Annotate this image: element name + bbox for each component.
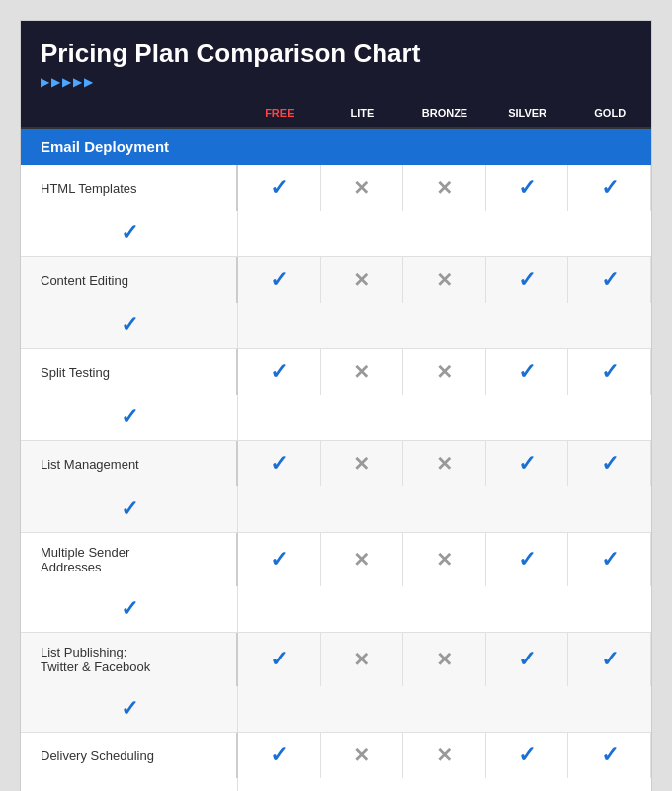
cell-0-6-5: ✓ xyxy=(21,778,238,791)
table-row: Delivery Scheduling✓✕✕✓✓✓ xyxy=(21,733,651,791)
cell-0-5-3: ✓ xyxy=(486,633,569,686)
cell-0-3-3: ✓ xyxy=(486,441,569,486)
check-icon: ✓ xyxy=(270,647,288,672)
table-row: Content Editing✓✕✕✓✓✓ xyxy=(21,257,651,349)
cell-0-2-5: ✓ xyxy=(21,395,238,440)
check-icon: ✓ xyxy=(121,404,138,430)
cross-icon: ✕ xyxy=(436,744,453,767)
cell-0-2-4: ✓ xyxy=(568,349,651,395)
cross-icon: ✕ xyxy=(436,176,453,200)
cell-0-2-1: ✕ xyxy=(321,349,404,395)
row-label-0-2: Split Testing xyxy=(21,349,238,395)
col-header-free: FREE xyxy=(238,99,321,127)
check-icon: ✓ xyxy=(518,743,536,768)
cell-0-2-3: ✓ xyxy=(486,349,569,395)
table-row: HTML Templates✓✕✕✓✓✓ xyxy=(21,165,651,257)
cell-0-4-0: ✓ xyxy=(238,533,321,586)
check-icon: ✓ xyxy=(601,175,619,201)
check-icon: ✓ xyxy=(270,547,288,572)
cross-icon: ✕ xyxy=(353,176,370,200)
main-container: Pricing Plan Comparison Chart ▶▶▶▶▶ FREE… xyxy=(20,20,652,791)
comparison-table: Email DeploymentHTML Templates✓✕✕✓✓✓Cont… xyxy=(21,129,651,791)
cell-0-4-1: ✕ xyxy=(321,533,404,586)
table-row: List Management✓✕✕✓✓✓ xyxy=(21,441,651,533)
cell-0-6-4: ✓ xyxy=(568,733,651,778)
cell-0-3-0: ✓ xyxy=(238,441,321,486)
cell-0-4-5: ✓ xyxy=(21,586,238,632)
cell-0-2-2: ✕ xyxy=(403,349,486,395)
cell-0-0-0: ✓ xyxy=(238,165,321,211)
cell-0-0-2: ✕ xyxy=(403,165,486,211)
check-icon: ✓ xyxy=(601,267,619,293)
check-icon: ✓ xyxy=(601,547,619,572)
cell-0-5-5: ✓ xyxy=(21,686,238,732)
check-icon: ✓ xyxy=(270,359,288,385)
cell-0-5-2: ✕ xyxy=(403,633,486,686)
cross-icon: ✕ xyxy=(436,360,453,384)
col-header-bronze: BRONZE xyxy=(403,99,486,127)
cell-0-4-4: ✓ xyxy=(568,533,651,586)
check-icon: ✓ xyxy=(121,220,138,246)
cell-0-4-3: ✓ xyxy=(486,533,569,586)
row-label-0-3: List Management xyxy=(21,441,238,486)
check-icon: ✓ xyxy=(270,175,288,201)
table-row: List Publishing: Twitter & Facebook✓✕✕✓✓… xyxy=(21,633,651,733)
check-icon: ✓ xyxy=(518,451,536,477)
col-header-lite: LITE xyxy=(321,99,404,127)
page-title: Pricing Plan Comparison Chart xyxy=(41,39,631,69)
cross-icon: ✕ xyxy=(436,452,453,476)
check-icon: ✓ xyxy=(601,359,619,385)
cell-0-1-0: ✓ xyxy=(238,257,321,303)
check-icon: ✓ xyxy=(601,743,619,768)
cell-0-1-3: ✓ xyxy=(486,257,569,303)
cell-0-4-2: ✕ xyxy=(403,533,486,586)
col-header-gold: GOLD xyxy=(568,99,651,127)
cell-0-6-0: ✓ xyxy=(238,733,321,778)
check-icon: ✓ xyxy=(518,359,536,385)
check-icon: ✓ xyxy=(121,312,138,338)
cell-0-2-0: ✓ xyxy=(238,349,321,395)
cell-0-5-0: ✓ xyxy=(238,633,321,686)
cell-0-1-5: ✓ xyxy=(21,303,238,348)
check-icon: ✓ xyxy=(601,647,619,672)
cell-0-0-5: ✓ xyxy=(21,211,238,256)
check-icon: ✓ xyxy=(518,547,536,572)
check-icon: ✓ xyxy=(518,647,536,672)
cross-icon: ✕ xyxy=(353,744,370,767)
row-label-0-6: Delivery Scheduling xyxy=(21,733,238,778)
cell-0-1-2: ✕ xyxy=(403,257,486,303)
row-label-0-0: HTML Templates xyxy=(21,165,238,211)
check-icon: ✓ xyxy=(270,451,288,477)
cell-0-6-1: ✕ xyxy=(321,733,404,778)
check-icon: ✓ xyxy=(518,175,536,201)
cell-0-6-3: ✓ xyxy=(486,733,569,778)
cell-0-5-1: ✕ xyxy=(321,633,404,686)
cross-icon: ✕ xyxy=(436,548,453,571)
cross-icon: ✕ xyxy=(353,648,370,671)
check-icon: ✓ xyxy=(121,496,138,522)
cross-icon: ✕ xyxy=(353,548,370,571)
cell-0-0-1: ✕ xyxy=(321,165,404,211)
row-label-0-4: Multiple Sender Addresses xyxy=(21,533,238,586)
cross-icon: ✕ xyxy=(353,360,370,384)
cross-icon: ✕ xyxy=(436,648,453,671)
cross-icon: ✕ xyxy=(436,268,453,292)
section-header-0: Email Deployment xyxy=(21,129,651,165)
cross-icon: ✕ xyxy=(353,452,370,476)
section-label-0: Email Deployment xyxy=(21,129,651,165)
column-headers: FREE LITE BRONZE SILVER GOLD xyxy=(21,99,651,129)
col-header-silver: SILVER xyxy=(486,99,569,127)
col-header-empty xyxy=(21,99,238,127)
cell-0-3-4: ✓ xyxy=(568,441,651,486)
cell-0-3-1: ✕ xyxy=(321,441,404,486)
cell-0-1-1: ✕ xyxy=(321,257,404,303)
cell-0-3-5: ✓ xyxy=(21,486,238,532)
header-section: Pricing Plan Comparison Chart ▶▶▶▶▶ xyxy=(21,21,651,99)
check-icon: ✓ xyxy=(270,743,288,768)
cell-0-1-4: ✓ xyxy=(568,257,651,303)
check-icon: ✓ xyxy=(518,267,536,293)
check-icon: ✓ xyxy=(270,267,288,293)
cell-0-6-2: ✕ xyxy=(403,733,486,778)
row-label-0-5: List Publishing: Twitter & Facebook xyxy=(21,633,238,686)
row-label-0-1: Content Editing xyxy=(21,257,238,303)
